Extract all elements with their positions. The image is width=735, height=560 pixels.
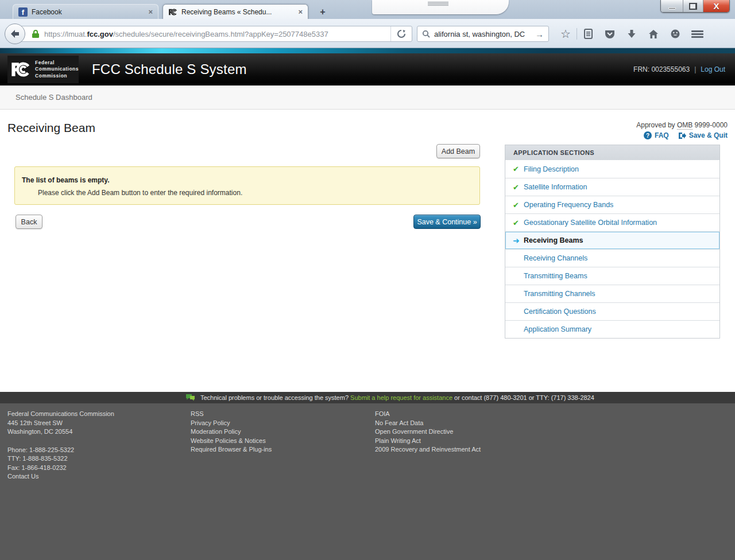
breadcrumb: Schedule S Dashboard: [0, 85, 735, 110]
current-arrow-icon: ➜: [513, 236, 524, 245]
browser-titlebar: f Facebook × Receiving Beams « Schedu...…: [0, 0, 735, 19]
footer-link-no-fear[interactable]: No Fear Act Data: [375, 419, 481, 428]
footer-link-foia[interactable]: FOIA: [375, 410, 481, 419]
url-bar[interactable]: https://lmuat.fcc.gov/schedules/secure/r…: [15, 26, 412, 42]
back-arrow-icon: [10, 29, 20, 38]
drag-grip-icon: [428, 2, 448, 6]
footer-gov-column: FOIA No Fear Act Data Open Government Di…: [375, 410, 481, 454]
check-icon: ✔: [513, 165, 524, 173]
footer-link-rss[interactable]: RSS: [191, 410, 272, 419]
breadcrumb-item[interactable]: Schedule S Dashboard: [16, 93, 92, 102]
back-button[interactable]: Back: [16, 215, 42, 229]
restore-button[interactable]: [683, 0, 703, 12]
chat-bubbles-icon: [185, 394, 195, 402]
close-icon: X: [713, 2, 719, 10]
page-viewport: Federal Communications Commission FCC Sc…: [0, 48, 735, 560]
tab-receiving-beams[interactable]: Receiving Beams « Schedu... ×: [163, 4, 308, 19]
sidebar-item-filing-description[interactable]: ✔ Filing Description: [505, 160, 719, 178]
url-text: https://lmuat.fcc.gov/schedules/secure/r…: [44, 30, 390, 38]
tab-title: Facebook: [32, 8, 145, 16]
save-quit-link[interactable]: Save & Quit: [678, 131, 728, 139]
save-continue-button[interactable]: Save & Continue »: [413, 215, 481, 229]
footer-link-moderation[interactable]: Moderation Policy: [191, 427, 272, 437]
check-icon: ✔: [513, 219, 524, 227]
bookmarks-menu-icon[interactable]: [577, 29, 599, 39]
bookmark-star-icon[interactable]: ☆: [555, 27, 577, 41]
lock-icon: [32, 29, 40, 38]
page-footer: Federal Communications Commission 445 12…: [0, 403, 735, 560]
sidebar-item-certification-questions[interactable]: Certification Questions: [505, 302, 719, 320]
sidebar-item-transmitting-beams[interactable]: Transmitting Beams: [505, 267, 719, 285]
search-value: alifornia st, washington, DC: [434, 30, 535, 38]
footer-text: Fax: 1-866-418-0232: [7, 464, 114, 473]
footer-policies-column: RSS Privacy Policy Moderation Policy Web…: [191, 410, 272, 454]
footer-address-column: Federal Communications Commission 445 12…: [7, 410, 114, 481]
footer-link-open-gov[interactable]: Open Government Directive: [375, 427, 481, 437]
browser-chrome: f Facebook × Receiving Beams « Schedu...…: [0, 0, 735, 48]
logout-link[interactable]: Log Out: [701, 65, 725, 73]
header-separator: |: [694, 65, 696, 73]
help-bar: Technical problems or trouble accessing …: [0, 392, 735, 403]
site-header: Federal Communications Commission FCC Sc…: [0, 53, 735, 85]
close-window-button[interactable]: X: [703, 0, 729, 12]
menu-hamburger-icon[interactable]: [686, 29, 708, 39]
alert-body: Please click the Add Beam button to ente…: [38, 189, 473, 197]
help-text: Technical problems or trouble accessing …: [200, 394, 594, 401]
toolbar-icons: ☆: [555, 26, 708, 42]
close-tab-icon[interactable]: ×: [148, 8, 153, 15]
omb-abbr: OMB: [677, 121, 693, 130]
sidebar-item-receiving-channels[interactable]: Receiving Channels: [505, 249, 719, 267]
footer-text: TTY: 1-888-835-5322: [7, 454, 114, 464]
sidebar-item-operating-frequency-bands[interactable]: ✔ Operating Frequency Bands: [505, 196, 719, 213]
sidebar-item-satellite-information[interactable]: ✔ Satellite Information: [505, 178, 719, 196]
facebook-icon: f: [18, 7, 28, 17]
new-tab-button[interactable]: +: [315, 6, 330, 18]
footer-text: 445 12th Street SW: [7, 419, 114, 428]
fcc-logo: Federal Communications Commission: [7, 56, 79, 83]
footer-link-website-policies[interactable]: Website Policies & Notices: [191, 437, 272, 446]
footer-link-privacy[interactable]: Privacy Policy: [191, 419, 272, 428]
sidebar-item-application-summary[interactable]: Application Summary: [505, 320, 719, 338]
footer-text: Phone: 1-888-225-5322: [7, 446, 114, 455]
sidebar-item-transmitting-channels[interactable]: Transmitting Channels: [505, 285, 719, 302]
fcc-logo-icon: [10, 59, 31, 80]
pocket-icon[interactable]: [599, 29, 621, 39]
exit-icon: [678, 132, 686, 139]
sidebar-item-geostationary-orbital-info[interactable]: ✔ Geostationary Satellite Orbital Inform…: [505, 213, 719, 231]
panel-header: APPLICATION SECTIONS: [505, 145, 719, 160]
add-beam-button[interactable]: Add Beam: [436, 144, 480, 158]
page-title: Receiving Beam: [7, 121, 95, 135]
downloads-icon[interactable]: [621, 29, 643, 39]
app-title: FCC Schedule S System: [92, 53, 247, 85]
back-nav-button[interactable]: [5, 24, 25, 44]
faq-link[interactable]: ? FAQ: [644, 131, 669, 139]
contact-us-link[interactable]: Contact Us: [7, 472, 114, 481]
browser-navbar: https://lmuat.fcc.gov/schedules/secure/r…: [0, 19, 735, 48]
fcc-brand-text: Federal Communications Commission: [35, 60, 79, 79]
check-icon: ✔: [513, 183, 524, 192]
omb-approval: Approved by OMB 9999-0000: [636, 121, 728, 129]
alert-title: The list of beams is empty.: [22, 176, 473, 184]
application-sections-panel: APPLICATION SECTIONS ✔ Filing Descriptio…: [505, 145, 720, 339]
question-icon: ?: [644, 131, 652, 139]
minimize-button[interactable]: [661, 0, 683, 12]
fcc-icon: [168, 8, 177, 16]
home-icon[interactable]: [643, 29, 664, 39]
footer-link-required-browser[interactable]: Required Browser & Plug-ins: [191, 445, 272, 454]
reload-button[interactable]: [390, 26, 412, 41]
search-go-icon[interactable]: →: [535, 29, 544, 39]
help-request-link[interactable]: Submit a help request for assistance: [350, 394, 452, 401]
page-meta: Approved by OMB 9999-0000 ? FAQ Save & Q…: [636, 121, 728, 139]
reload-icon: [397, 29, 406, 38]
close-tab-icon[interactable]: ×: [298, 8, 303, 15]
sidebar-item-receiving-beams[interactable]: ➜ Receiving Beams: [505, 231, 719, 249]
tab-facebook[interactable]: f Facebook ×: [13, 4, 158, 19]
tab-title: Receiving Beams « Schedu...: [181, 8, 295, 16]
empty-list-alert: The list of beams is empty. Please click…: [14, 166, 480, 205]
search-icon: [422, 30, 430, 38]
footer-link-recovery-act[interactable]: 2009 Recovery and Reinvestment Act: [375, 445, 481, 454]
hello-smiley-icon[interactable]: [664, 29, 686, 39]
check-icon: ✔: [513, 201, 524, 209]
footer-link-plain-writing[interactable]: Plain Writing Act: [375, 437, 481, 446]
search-input[interactable]: alifornia st, washington, DC →: [417, 26, 549, 42]
